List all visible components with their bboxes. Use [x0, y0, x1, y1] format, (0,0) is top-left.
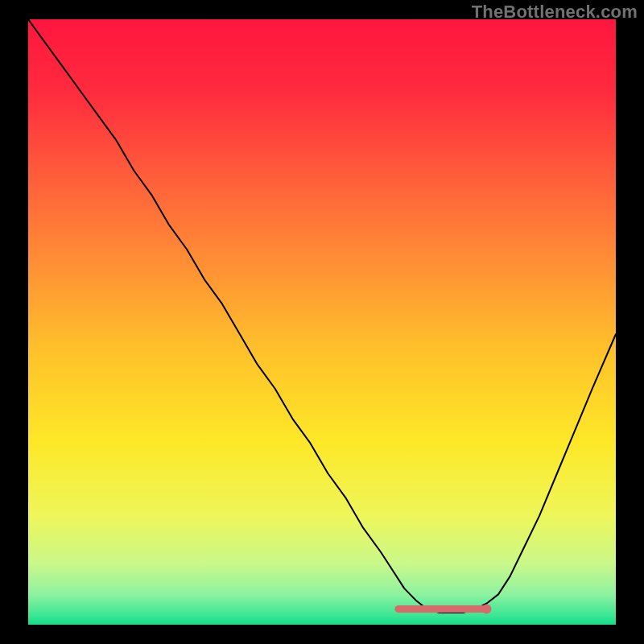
svg-rect-0: [28, 19, 616, 625]
bottleneck-chart: [28, 19, 616, 625]
svg-point-2: [481, 604, 491, 613]
chart-frame: TheBottleneck.com: [0, 0, 644, 644]
